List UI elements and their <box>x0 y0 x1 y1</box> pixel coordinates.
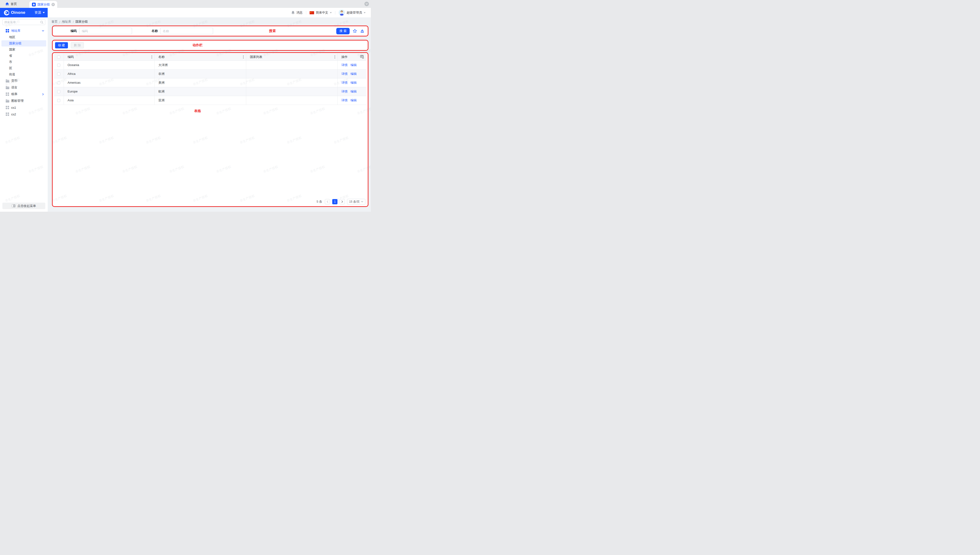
sidebar-item-label: 税率 <box>11 92 18 96</box>
row-action-编辑[interactable]: 编辑 <box>351 98 357 102</box>
collapse-menu-label: 点击收起菜单 <box>18 204 36 208</box>
sidebar-item-label: 地区 <box>9 35 15 39</box>
row-action-编辑[interactable]: 编辑 <box>351 72 357 75</box>
clear-broom-icon[interactable] <box>360 29 364 33</box>
sidebar-item-语言[interactable]: 语言 <box>0 84 48 91</box>
field-input[interactable] <box>160 28 213 34</box>
field-input[interactable] <box>79 28 132 34</box>
sidebar-item-地区[interactable]: 地区 <box>0 34 48 40</box>
grid-icon <box>6 29 9 32</box>
column-menu-dots-icon[interactable] <box>243 55 244 59</box>
sidebar-item-地址库[interactable]: 地址库 <box>0 27 48 34</box>
table-row: Americas美洲详情编辑 <box>54 78 366 87</box>
sidebar-item-label: 国家分组 <box>9 41 21 45</box>
flag-icon <box>310 11 314 14</box>
delete-button[interactable]: 删 除 <box>71 42 84 48</box>
sidebar-item-cs1[interactable]: cs1 <box>0 104 48 111</box>
messages-button[interactable]: 消息 <box>291 11 303 15</box>
create-button[interactable]: 创 建 <box>55 42 68 48</box>
grid-icon <box>6 112 9 116</box>
row-checkbox[interactable] <box>57 81 60 84</box>
breadcrumb-item[interactable]: 地址库 <box>62 19 71 24</box>
search-button[interactable]: 搜 索 <box>336 28 350 34</box>
table-row: Africa非洲详情编辑 <box>54 69 366 78</box>
prev-page-button[interactable] <box>325 199 330 204</box>
chevron-left-icon <box>327 201 328 203</box>
search-fields: 编码名称 <box>70 28 213 34</box>
row-action-详情[interactable]: 详情 <box>341 81 348 84</box>
data-table: 编码 名称 国家列表 <box>54 53 366 105</box>
column-menu-dots-icon[interactable] <box>335 55 335 59</box>
row-action-编辑[interactable]: 编辑 <box>351 63 357 67</box>
brand-block[interactable]: Oinone 资源 <box>0 8 48 18</box>
page-size-value: 15 条/页 <box>349 200 360 204</box>
page-number[interactable]: 1 <box>332 199 338 204</box>
caret-down-icon <box>363 12 365 13</box>
table-settings-icon[interactable] <box>360 55 364 59</box>
favorite-star-icon[interactable] <box>353 29 357 33</box>
cell-checkbox <box>54 87 64 96</box>
language-selector[interactable]: 简体中文 <box>310 11 332 15</box>
select-all-checkbox[interactable] <box>57 56 60 59</box>
breadcrumb-item[interactable]: 首页 <box>51 19 58 24</box>
app-switcher[interactable]: 资源 <box>35 11 45 15</box>
row-checkbox[interactable] <box>57 90 60 93</box>
row-action-详情[interactable]: 详情 <box>341 72 348 75</box>
total-count: 5 条 <box>317 199 322 204</box>
breadcrumb-item[interactable]: 国家分组 <box>75 19 88 24</box>
cell-code: Europe <box>64 87 154 96</box>
cell-actions: 详情编辑 <box>338 69 366 78</box>
row-checkbox[interactable] <box>57 64 60 67</box>
close-icon[interactable]: ✕ <box>51 3 55 6</box>
chevron-down-icon[interactable] <box>364 2 369 6</box>
search-icon <box>40 21 43 24</box>
tab-active[interactable]: 国家分组 ✕ <box>29 1 57 8</box>
sidebar-item-街道[interactable]: 街道 <box>0 71 48 77</box>
menu-search-input[interactable] <box>4 21 40 24</box>
brand-name: Oinone <box>11 10 25 15</box>
sidebar-item-label: 市 <box>9 60 12 64</box>
row-checkbox[interactable] <box>57 72 60 75</box>
tab-home[interactable]: 首页 <box>5 2 17 6</box>
row-checkbox[interactable] <box>57 99 60 102</box>
cell-name: 美洲 <box>154 78 246 87</box>
sidebar-item-国家[interactable]: 国家 <box>0 47 48 53</box>
sidebar-item-label: 语言 <box>11 85 18 90</box>
grid-icon <box>6 93 9 96</box>
language-label: 简体中文 <box>316 11 328 15</box>
sidebar-item-省[interactable]: 省 <box>0 53 48 59</box>
pagination: 5 条 1 15 条/页 <box>317 199 365 205</box>
sidebar-item-图标管理[interactable]: 图标管理 <box>0 98 48 104</box>
page-size-select[interactable]: 15 条/页 <box>347 199 365 205</box>
sidebar-item-税率[interactable]: 税率 <box>0 91 48 98</box>
row-action-详情[interactable]: 详情 <box>341 90 348 93</box>
header-right: 消息 简体中文 超级管理员 <box>48 8 371 18</box>
grid-icon <box>6 106 9 109</box>
menu-search-box[interactable] <box>2 19 45 25</box>
cell-countries <box>246 78 338 87</box>
sidebar-item-货币[interactable]: 货币 <box>0 77 48 84</box>
collapse-menu-button[interactable]: 点击收起菜单 <box>2 203 45 209</box>
home-icon <box>5 2 9 6</box>
cell-countries <box>246 69 338 78</box>
sidebar-item-国家分组[interactable]: 国家分组 <box>2 40 46 47</box>
column-header: 名称 <box>159 55 165 59</box>
column-header: 操作 <box>341 55 348 59</box>
divider <box>335 11 335 14</box>
next-page-button[interactable] <box>339 199 345 204</box>
sidebar-item-区[interactable]: 区 <box>0 65 48 71</box>
cell-countries <box>246 96 338 105</box>
row-action-编辑[interactable]: 编辑 <box>351 90 357 93</box>
action-bar: 创 建 删 除 动作栏 <box>52 40 368 51</box>
row-action-详情[interactable]: 详情 <box>341 98 348 102</box>
search-field: 名称 <box>152 28 213 34</box>
row-action-详情[interactable]: 详情 <box>341 63 348 67</box>
caret-down-icon <box>43 12 45 13</box>
tab-bar: 首页 国家分组 ✕ <box>0 0 371 8</box>
column-header: 国家列表 <box>250 55 263 59</box>
sidebar-item-cs2[interactable]: cs2 <box>0 111 48 117</box>
sidebar-item-市[interactable]: 市 <box>0 59 48 65</box>
row-action-编辑[interactable]: 编辑 <box>351 81 357 84</box>
user-menu[interactable]: 超级管理员 <box>339 10 365 16</box>
column-menu-dots-icon[interactable] <box>151 55 152 59</box>
